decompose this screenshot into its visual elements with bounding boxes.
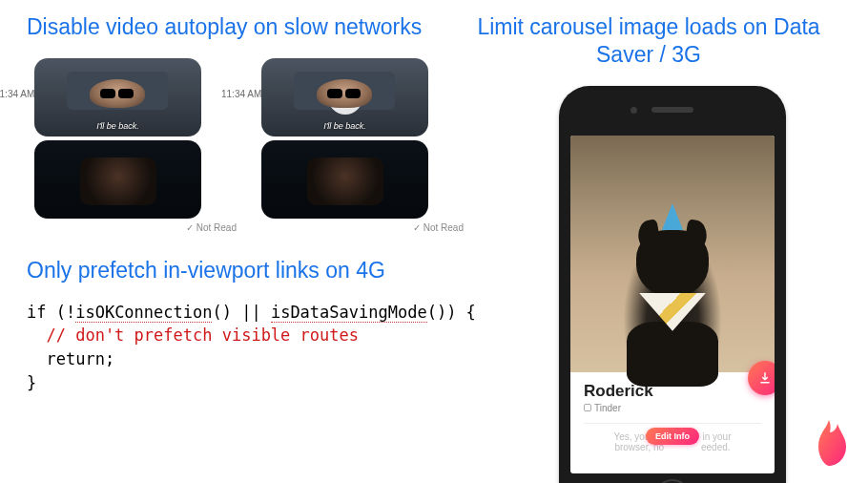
app-icon bbox=[584, 404, 591, 411]
chat-examples: 11:34 AM I'll be back. ✓Not Read 11:34 A… bbox=[27, 58, 477, 233]
edit-info-button[interactable]: Edit Info bbox=[646, 428, 699, 445]
code-comment: // don't prefetch visible routes bbox=[27, 326, 359, 345]
read-status: ✓Not Read bbox=[261, 222, 465, 233]
code-snippet: if (!isOKConnection() || isDataSavingMod… bbox=[27, 301, 477, 395]
heading-prefetch: Only prefetch in-viewport links on 4G bbox=[27, 258, 477, 284]
download-fab[interactable] bbox=[748, 361, 775, 395]
phone-screen: Roderick Tinder Yes, you can in your bro… bbox=[570, 136, 775, 473]
code-fn-isokconnection: isOKConnection bbox=[75, 303, 212, 323]
video-caption: I'll be back. bbox=[261, 121, 428, 131]
video-message-1: I'll be back. bbox=[261, 58, 428, 136]
sunglasses-icon bbox=[327, 89, 362, 98]
tinder-logo-icon bbox=[807, 418, 851, 470]
video-message-1: I'll be back. bbox=[34, 58, 201, 136]
play-icon[interactable] bbox=[328, 162, 362, 197]
party-hat-icon bbox=[662, 203, 683, 230]
code-fn-isdatasavingmode: isDataSavingMode bbox=[271, 303, 427, 323]
chat-no-overlay: 11:34 AM I'll be back. ✓Not Read bbox=[34, 58, 238, 233]
timestamp: 11:34 AM bbox=[0, 89, 34, 99]
check-icon: ✓ bbox=[186, 222, 194, 233]
heading-carousel: Limit carousel image loads on Data Saver… bbox=[477, 13, 868, 69]
phone-camera bbox=[630, 107, 637, 114]
video-message-2 bbox=[34, 140, 201, 219]
phone-speaker bbox=[651, 107, 693, 113]
chat-with-overlay: 11:34 AM I'll be back. ✓Not Read bbox=[261, 58, 465, 233]
home-button[interactable] bbox=[654, 479, 691, 484]
profile-subtitle: Tinder bbox=[584, 403, 761, 413]
video-message-2 bbox=[261, 140, 428, 219]
dog-illustration bbox=[615, 230, 730, 373]
video-caption: I'll be back. bbox=[34, 121, 201, 131]
check-icon: ✓ bbox=[413, 222, 421, 233]
sunglasses-icon bbox=[100, 89, 135, 98]
phone-mockup: Roderick Tinder Yes, you can in your bro… bbox=[559, 86, 786, 484]
timestamp: 11:34 AM bbox=[221, 89, 261, 99]
read-status: ✓Not Read bbox=[34, 222, 238, 233]
profile-photo[interactable] bbox=[570, 136, 775, 372]
profile-description: Yes, you can in your browser, no eeded. … bbox=[584, 431, 761, 452]
arrow-down-icon bbox=[758, 371, 772, 385]
heading-autoplay: Disable video autoplay on slow networks bbox=[27, 13, 477, 41]
